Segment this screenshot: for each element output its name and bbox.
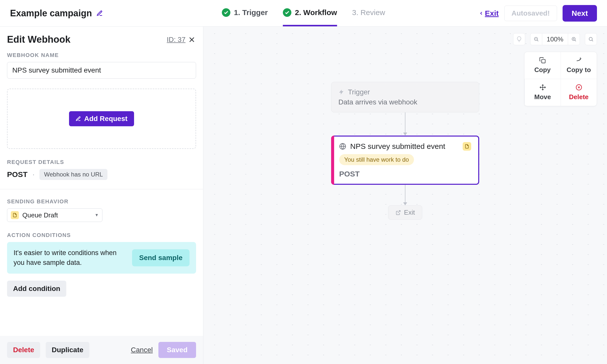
close-panel-button[interactable] [188,35,196,44]
delete-button[interactable]: Delete [7,342,40,358]
delete-icon [576,84,582,91]
add-request-dropzone: Add Request [7,89,196,149]
zoom-fit-button[interactable] [585,33,597,45]
step-label: 1. Trigger [234,8,268,17]
flow-arrow [403,185,407,205]
add-condition-button[interactable]: Add condition [7,281,66,297]
separator-dot: · [33,170,35,178]
trigger-node[interactable]: Trigger Data arrives via webhook [331,82,479,112]
edit-webhook-panel: Edit Webhook ID: 37 WEBHOOK NAME Add Req… [0,27,203,364]
copy-to-button[interactable]: Copy to [561,52,597,79]
share-icon [576,57,582,64]
chevron-down-icon: ▼ [95,213,99,217]
chevron-left-icon [479,11,484,16]
work-todo-pill: You still have work to do [339,154,414,165]
node-action-palette: Copy Copy to Move Delete [524,52,597,106]
draft-icon [465,144,469,149]
divider [0,189,203,189]
campaign-title-wrap: Example campaign [10,8,103,19]
svg-rect-11 [542,59,545,63]
webhook-node-method: POST [339,170,471,178]
lightbulb-icon [516,36,522,42]
panel-title: Edit Webhook [7,34,71,45]
step-trigger[interactable]: 1. Trigger [222,0,268,26]
request-details-label: REQUEST DETAILS [7,159,196,165]
trigger-title: Trigger [348,88,370,96]
edit-title-button[interactable] [96,10,103,17]
zoom-out-button[interactable] [530,33,542,45]
request-details: POST · Webhook has no URL [7,169,196,180]
exit-link[interactable]: Exit [479,9,499,18]
move-label: Move [534,93,551,101]
panel-footer: Delete Duplicate Cancel Saved [0,336,203,364]
step-review[interactable]: 3. Review [352,0,385,26]
zoom-in-button[interactable] [568,33,580,45]
close-icon [188,35,196,44]
pencil-icon [76,116,81,122]
hint-button[interactable] [513,33,525,45]
step-label: 2. Workflow [295,8,337,17]
webhook-name-label: WEBHOOK NAME [7,52,196,58]
zoom-level: 100% [542,33,568,45]
check-icon [283,8,291,17]
step-workflow[interactable]: 2. Workflow [283,0,337,26]
zoom-fit-icon [588,36,594,42]
exit-label: Exit [404,209,415,216]
webhook-name-input[interactable] [7,62,196,79]
copy-to-label: Copy to [567,66,591,74]
no-url-badge: Webhook has no URL [39,169,107,180]
workflow-flow: Trigger Data arrives via webhook NPS sur… [331,82,479,220]
top-actions: Exit Autosaved! Next [479,5,597,22]
action-conditions-label: ACTION CONDITIONS [7,232,196,238]
campaign-title: Example campaign [10,8,92,19]
tip-text: It's easier to write conditions when you… [14,248,127,268]
add-request-button[interactable]: Add Request [69,111,134,126]
stepper: 1. Trigger 2. Workflow 3. Review [222,0,385,26]
next-button[interactable]: Next [563,5,597,22]
step-label: 3. Review [352,8,385,17]
send-sample-button[interactable]: Send sample [132,249,190,266]
webhook-node[interactable]: NPS survey submitted event You still hav… [331,136,479,185]
check-icon [222,8,230,17]
zoom-controls: 100% [530,33,580,45]
add-request-label: Add Request [84,115,128,123]
sending-behavior-value: Queue Draft [22,211,58,219]
saved-button: Saved [158,342,196,358]
delete-node-button[interactable]: Delete [561,79,597,106]
copy-button[interactable]: Copy [524,52,561,79]
conditions-tip: It's easier to write conditions when you… [7,242,196,274]
sending-behavior-select[interactable]: Queue Draft ▼ [7,208,102,222]
canvas-toolbar: 100% [513,33,597,45]
flow-arrow [403,112,407,136]
svg-line-10 [592,40,593,41]
zoom-in-icon [571,36,577,42]
request-method: POST [7,170,28,179]
globe-icon [339,143,346,150]
autosaved-indicator: Autosaved! [504,6,557,21]
top-bar: Example campaign 1. Trigger 2. Workflow … [0,0,607,27]
draft-icon [11,211,19,219]
trigger-desc: Data arrives via webhook [338,98,472,106]
svg-point-9 [589,37,592,41]
webhook-id-link[interactable]: ID: 37 [167,36,186,44]
exit-node[interactable]: Exit [388,205,422,220]
pencil-icon [96,10,103,17]
svg-line-6 [575,40,576,41]
copy-icon [539,57,546,64]
cancel-link[interactable]: Cancel [131,346,153,354]
svg-line-3 [537,40,538,41]
lightning-icon [338,89,344,95]
move-button[interactable]: Move [524,79,561,106]
delete-label: Delete [569,93,588,101]
move-icon [539,84,546,91]
copy-label: Copy [534,66,551,74]
exit-label: Exit [485,9,499,18]
sending-behavior-label: SENDING BEHAVIOR [7,198,196,205]
exit-icon [395,210,401,215]
duplicate-button[interactable]: Duplicate [46,342,89,358]
draft-badge [463,142,471,151]
webhook-node-title: NPS survey submitted event [350,142,445,151]
svg-line-19 [398,210,400,213]
zoom-out-icon [533,36,539,42]
workflow-canvas[interactable]: 100% Copy Copy to Move [203,27,607,364]
